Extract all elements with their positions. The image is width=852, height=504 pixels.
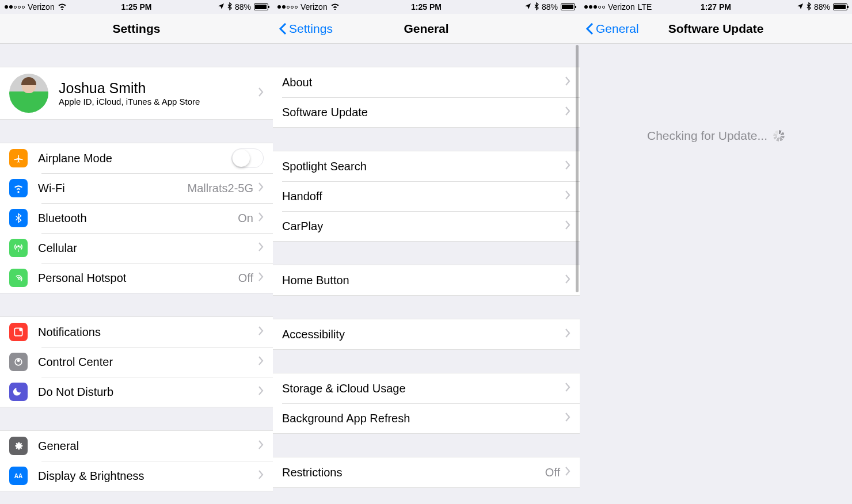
scrollbar[interactable] <box>576 45 579 292</box>
row-value: Mallrats2-5G <box>188 182 253 195</box>
chevron-right-icon <box>258 356 264 368</box>
back-label: Settings <box>289 22 333 36</box>
dnd-icon <box>9 383 28 401</box>
row-software-update[interactable]: Software Update <box>273 97 580 127</box>
chevron-right-icon <box>565 413 570 424</box>
display-icon: AA <box>9 467 28 485</box>
chevron-right-icon <box>565 220 570 232</box>
row-label: Notifications <box>38 326 258 339</box>
row-value: On <box>238 212 253 225</box>
row-label: Do Not Disturb <box>38 385 258 399</box>
status-bar: Verizon LTE 1:27 PM 88% <box>580 0 852 14</box>
hotspot-icon <box>9 269 28 287</box>
row-accessibility[interactable]: Accessibility <box>273 319 580 349</box>
row-personal-hotspot[interactable]: Personal HotspotOff <box>0 263 273 293</box>
status-bar: Verizon 1:25 PM 88% <box>273 0 580 14</box>
profile-name: Joshua Smith <box>59 80 258 97</box>
row-airplane-mode[interactable]: Airplane Mode <box>0 143 273 173</box>
row-notifications[interactable]: Notifications <box>0 317 273 347</box>
battery-icon <box>561 3 575 10</box>
row-display-brightness[interactable]: AADisplay & Brightness <box>0 461 273 491</box>
row-general[interactable]: General <box>0 431 273 461</box>
chevron-right-icon <box>258 87 264 99</box>
cellular-icon <box>9 239 28 257</box>
update-status-label: Checking for Update... <box>647 129 767 143</box>
clock: 1:25 PM <box>273 2 580 12</box>
chevron-right-icon <box>565 190 570 202</box>
nav-bar: Settings <box>0 14 273 44</box>
spinner-icon <box>773 130 785 142</box>
svg-point-4 <box>17 359 20 362</box>
row-do-not-disturb[interactable]: Do Not Disturb <box>0 377 273 407</box>
chevron-right-icon <box>258 386 264 398</box>
settings-list: Airplane ModeWi-FiMallrats2-5GBluetoothO… <box>0 143 273 491</box>
row-label: General <box>38 440 258 453</box>
row-control-center[interactable]: Control Center <box>0 347 273 377</box>
screen-software-update: Verizon LTE 1:27 PM 88% General Software… <box>580 0 852 504</box>
clock: 1:25 PM <box>0 2 273 12</box>
nav-bar: Settings General <box>273 14 580 44</box>
chevron-right-icon <box>258 326 264 338</box>
chevron-right-icon <box>565 467 570 478</box>
row-label: Restrictions <box>282 466 545 479</box>
back-label: General <box>596 22 639 36</box>
page-title: General <box>404 22 448 36</box>
back-button[interactable]: General <box>585 22 639 36</box>
row-label: Home Button <box>282 274 565 287</box>
clock: 1:27 PM <box>580 2 852 12</box>
row-restrictions[interactable]: RestrictionsOff <box>273 457 580 487</box>
row-home-button[interactable]: Home Button <box>273 265 580 295</box>
chevron-right-icon <box>565 161 570 172</box>
chevron-right-icon <box>565 383 570 394</box>
row-label: Display & Brightness <box>38 469 258 483</box>
row-bluetooth[interactable]: BluetoothOn <box>0 203 273 233</box>
wifi-icon <box>9 179 28 197</box>
row-background-app-refresh[interactable]: Background App Refresh <box>273 403 580 433</box>
row-label: Personal Hotspot <box>38 272 238 285</box>
chevron-right-icon <box>258 272 264 284</box>
battery-icon <box>254 3 268 10</box>
profile-subtitle: Apple ID, iCloud, iTunes & App Store <box>59 97 258 106</box>
row-storage-icloud-usage[interactable]: Storage & iCloud Usage <box>273 373 580 403</box>
svg-point-0 <box>18 278 20 280</box>
chevron-right-icon <box>258 212 264 224</box>
row-wi-fi[interactable]: Wi-FiMallrats2-5G <box>0 173 273 203</box>
profile-row[interactable]: Joshua Smith Apple ID, iCloud, iTunes & … <box>0 67 273 119</box>
airplane-icon <box>9 149 28 167</box>
row-label: CarPlay <box>282 220 565 233</box>
chevron-right-icon <box>258 182 264 194</box>
general-list: AboutSoftware UpdateSpotlight SearchHand… <box>273 67 580 488</box>
chevron-right-icon <box>565 274 570 286</box>
row-carplay[interactable]: CarPlay <box>273 211 580 241</box>
chevron-right-icon <box>258 242 264 254</box>
screen-general: Verizon 1:25 PM 88% Settings General Abo… <box>273 0 580 504</box>
row-label: Storage & iCloud Usage <box>282 382 565 395</box>
row-label: Wi-Fi <box>38 182 188 195</box>
row-label: Airplane Mode <box>38 152 231 165</box>
chevron-right-icon <box>565 77 570 88</box>
controlcenter-icon <box>9 353 28 371</box>
nav-bar: General Software Update <box>580 14 852 44</box>
back-button[interactable]: Settings <box>279 22 333 36</box>
battery-icon <box>833 3 847 10</box>
toggle[interactable] <box>231 148 264 168</box>
avatar <box>9 74 48 113</box>
chevron-right-icon <box>258 470 264 482</box>
row-label: Control Center <box>38 356 258 369</box>
row-label: Software Update <box>282 106 565 119</box>
update-status: Checking for Update... <box>580 129 852 143</box>
row-label: About <box>282 76 565 89</box>
row-value: Off <box>545 466 560 479</box>
row-label: Accessibility <box>282 328 565 341</box>
row-handoff[interactable]: Handoff <box>273 181 580 211</box>
chevron-right-icon <box>258 440 264 452</box>
row-spotlight-search[interactable]: Spotlight Search <box>273 151 580 181</box>
svg-text:AA: AA <box>14 473 22 479</box>
notifications-icon <box>9 323 28 341</box>
chevron-right-icon <box>565 106 570 118</box>
row-label: Spotlight Search <box>282 160 565 173</box>
row-about[interactable]: About <box>273 67 580 97</box>
status-bar: Verizon 1:25 PM 88% <box>0 0 273 14</box>
general-icon <box>9 437 28 455</box>
row-cellular[interactable]: Cellular <box>0 233 273 263</box>
